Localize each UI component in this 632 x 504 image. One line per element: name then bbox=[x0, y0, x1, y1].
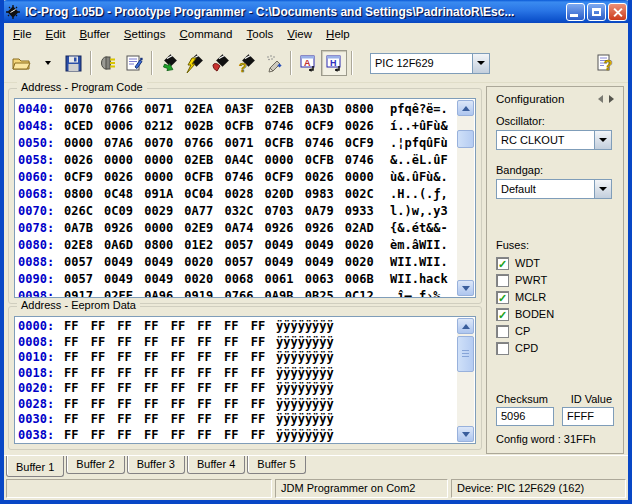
row-ascii[interactable]: ÿÿÿÿÿÿÿÿ bbox=[276, 335, 453, 351]
eeprom-scrollbar[interactable] bbox=[457, 318, 474, 442]
program-chip-button[interactable] bbox=[182, 50, 208, 76]
ascii-window-button[interactable]: A bbox=[295, 50, 321, 76]
scroll-thumb[interactable] bbox=[457, 336, 474, 372]
row-ascii[interactable]: WII.hack bbox=[390, 271, 453, 288]
row-ascii[interactable]: ÿÿÿÿÿÿÿÿ bbox=[276, 366, 453, 382]
row-ascii[interactable]: èm.âWII. bbox=[390, 237, 453, 254]
row-ascii[interactable]: ÿÿÿÿÿÿÿÿ bbox=[276, 428, 453, 444]
checkbox-icon[interactable]: ✓ bbox=[496, 291, 509, 304]
row-hex[interactable]: 0917 02EE 0A96 0919 0766 0A9B 0B25 0C12 bbox=[64, 288, 390, 298]
close-button[interactable] bbox=[608, 3, 627, 21]
eeprom-hexbox[interactable]: 0000:FF FF FF FF FF FF FF FFÿÿÿÿÿÿÿÿ 000… bbox=[14, 316, 476, 444]
row-ascii[interactable]: pfqê?ë=. bbox=[390, 101, 453, 118]
row-ascii[interactable]: .H..(.ƒ, bbox=[390, 186, 453, 203]
checkbox-icon[interactable] bbox=[496, 342, 509, 355]
row-hex[interactable]: 026C 0C09 0029 0A77 032C 0703 0A79 0933 bbox=[64, 203, 390, 220]
row-hex[interactable]: 0A7B 0926 0000 02E9 0A74 0926 0926 02AD bbox=[64, 220, 390, 237]
checkbox-icon[interactable] bbox=[496, 274, 509, 287]
blank-check-button[interactable] bbox=[260, 50, 286, 76]
oscillator-select[interactable]: RC CLKOUT bbox=[496, 130, 612, 150]
scroll-up-button[interactable] bbox=[457, 100, 474, 116]
row-ascii[interactable]: ÿÿÿÿÿÿÿÿ bbox=[276, 412, 453, 428]
row-hex[interactable]: 0026 0000 0000 02EB 0A4C 0000 0CFB 0746 bbox=[64, 152, 390, 169]
row-ascii[interactable]: í..+ûFù& bbox=[390, 118, 453, 135]
checkbox-icon[interactable]: ✓ bbox=[496, 308, 509, 321]
row-hex[interactable]: 0CF9 0026 0000 0CFB 0746 0CF9 0026 0000 bbox=[64, 169, 390, 186]
row-hex[interactable]: FF FF FF FF FF FF FF FF bbox=[64, 381, 276, 397]
verify-chip-button[interactable]: ? bbox=[234, 50, 260, 76]
menu-edit[interactable]: Edit bbox=[39, 25, 73, 43]
row-hex[interactable]: 0057 0049 0049 0020 0068 0061 0063 006B bbox=[64, 271, 390, 288]
row-hex[interactable]: FF FF FF FF FF FF FF FF bbox=[64, 366, 276, 382]
scroll-down-button[interactable] bbox=[457, 280, 474, 296]
maximize-button[interactable] bbox=[587, 3, 606, 21]
program-code-scrollbar[interactable] bbox=[457, 100, 474, 296]
bandgap-select[interactable]: Default bbox=[496, 179, 612, 199]
row-ascii[interactable]: WII.WII. bbox=[390, 254, 453, 271]
checksum-field[interactable]: 5096 bbox=[496, 407, 554, 426]
open-file-dropdown[interactable] bbox=[34, 50, 60, 76]
tab-buffer-4[interactable]: Buffer 4 bbox=[187, 456, 245, 474]
menu-view[interactable]: View bbox=[280, 25, 319, 43]
row-ascii[interactable]: ÿÿÿÿÿÿÿÿ bbox=[276, 397, 453, 413]
erase-chip-button[interactable] bbox=[208, 50, 234, 76]
fuse-wdt[interactable]: ✓ WDT bbox=[496, 255, 614, 271]
device-selector-dropdown[interactable] bbox=[472, 54, 489, 73]
bandgap-dropdown[interactable] bbox=[594, 180, 611, 198]
row-ascii[interactable]: ÿÿÿÿÿÿÿÿ bbox=[276, 381, 453, 397]
tab-buffer-1[interactable]: Buffer 1 bbox=[6, 456, 64, 477]
program-code-hexbox[interactable]: 0040:0070 0766 0071 02EA 0A3F 02EB 0A3D … bbox=[14, 98, 476, 298]
oscillator-dropdown[interactable] bbox=[594, 131, 611, 149]
row-hex[interactable]: FF FF FF FF FF FF FF FF bbox=[64, 428, 276, 444]
minimize-button[interactable] bbox=[566, 3, 585, 21]
row-hex[interactable]: FF FF FF FF FF FF FF FF bbox=[64, 319, 276, 335]
row-ascii[interactable]: .¦pfqûFù bbox=[390, 135, 453, 152]
hex-window-button[interactable]: H bbox=[321, 50, 347, 76]
row-ascii[interactable]: ÿÿÿÿÿÿÿÿ bbox=[276, 319, 453, 335]
scroll-up-button[interactable] bbox=[457, 318, 474, 334]
row-ascii[interactable]: .î–.f›%. bbox=[390, 288, 453, 298]
row-hex[interactable]: 02E8 0A6D 0800 01E2 0057 0049 0049 0020 bbox=[64, 237, 390, 254]
row-hex[interactable]: FF FF FF FF FF FF FF FF bbox=[64, 412, 276, 428]
menu-command[interactable]: Command bbox=[172, 25, 239, 43]
hardware-settings-button[interactable] bbox=[95, 50, 121, 76]
scroll-down-button[interactable] bbox=[457, 426, 474, 442]
row-hex[interactable]: FF FF FF FF FF FF FF FF bbox=[64, 335, 276, 351]
checkbox-icon[interactable] bbox=[496, 325, 509, 338]
row-hex[interactable]: FF FF FF FF FF FF FF FF bbox=[64, 350, 276, 366]
fuse-cp[interactable]: CP bbox=[496, 323, 614, 339]
scroll-thumb[interactable] bbox=[457, 130, 474, 148]
row-ascii[interactable]: {&.ét&&- bbox=[390, 220, 453, 237]
row-hex[interactable]: 0CED 0006 0212 002B 0CFB 0746 0CF9 0026 bbox=[64, 118, 390, 135]
row-ascii[interactable]: &..ëL.ûF bbox=[390, 152, 453, 169]
id-value-field[interactable]: FFFF bbox=[562, 407, 614, 426]
title-bar[interactable]: IC-Prog 1.05D - Prototype Programmer - C… bbox=[0, 0, 632, 23]
menu-buffer[interactable]: Buffer bbox=[72, 25, 116, 43]
row-hex[interactable]: 0000 07A6 0070 0766 0071 0CFB 0746 0CF9 bbox=[64, 135, 390, 152]
fuse-mclr[interactable]: ✓ MCLR bbox=[496, 289, 614, 305]
fuse-pwrt[interactable]: PWRT bbox=[496, 272, 614, 288]
config-next-icon[interactable] bbox=[609, 95, 614, 103]
save-file-button[interactable] bbox=[60, 50, 86, 76]
row-hex[interactable]: 0800 0C48 091A 0C04 0028 020D 0983 002C bbox=[64, 186, 390, 203]
config-prev-icon[interactable] bbox=[598, 95, 603, 103]
device-settings-button[interactable] bbox=[121, 50, 147, 76]
row-hex[interactable]: 0057 0049 0049 0020 0057 0049 0049 0020 bbox=[64, 254, 390, 271]
tab-buffer-5[interactable]: Buffer 5 bbox=[247, 456, 305, 474]
help-button[interactable]: ? bbox=[592, 50, 618, 76]
row-ascii[interactable]: ù&.ûFù&. bbox=[390, 169, 453, 186]
menu-help[interactable]: Help bbox=[319, 25, 357, 43]
row-hex[interactable]: FF FF FF FF FF FF FF FF bbox=[64, 397, 276, 413]
tab-buffer-3[interactable]: Buffer 3 bbox=[127, 456, 185, 474]
menu-settings[interactable]: Settings bbox=[117, 25, 173, 43]
read-chip-button[interactable] bbox=[156, 50, 182, 76]
menu-file[interactable]: File bbox=[6, 25, 39, 43]
menu-tools[interactable]: Tools bbox=[239, 25, 280, 43]
tab-buffer-2[interactable]: Buffer 2 bbox=[66, 456, 124, 474]
fuse-cpd[interactable]: CPD bbox=[496, 340, 614, 356]
checkbox-icon[interactable]: ✓ bbox=[496, 257, 509, 270]
row-hex[interactable]: 0070 0766 0071 02EA 0A3F 02EB 0A3D 0800 bbox=[64, 101, 390, 118]
row-ascii[interactable]: l.)w,.y3 bbox=[390, 203, 453, 220]
open-file-button[interactable] bbox=[8, 50, 34, 76]
fuse-boden[interactable]: ✓ BODEN bbox=[496, 306, 614, 322]
